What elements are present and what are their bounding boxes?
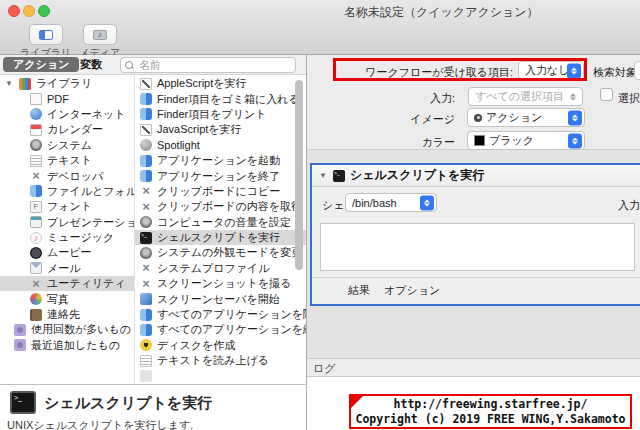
music-icon: [30, 232, 42, 244]
action-list-item[interactable]: Spotlight: [135, 138, 306, 153]
action-list-item[interactable]: アプリケーションを終了: [135, 168, 306, 183]
sidebar-item[interactable]: インターネット: [0, 107, 134, 122]
action-list-item[interactable]: アプリケーションを起動: [135, 153, 306, 168]
sidebar-item-label: フォント: [47, 199, 92, 214]
sidebar-smart-item[interactable]: 最近追加したもの: [0, 338, 134, 353]
shell-select[interactable]: /bin/bash: [345, 193, 437, 212]
sidebar-smart-item[interactable]: 使用回数が多いもの: [0, 322, 134, 337]
disclosure-triangle-icon[interactable]: ▼: [5, 79, 14, 88]
sidebar-item[interactable]: テキスト: [0, 153, 134, 168]
script-editor[interactable]: [320, 223, 635, 271]
workflow-receive-select[interactable]: 入力なし: [518, 61, 584, 80]
search-input[interactable]: [137, 58, 291, 72]
toolbar-button-face[interactable]: [29, 24, 63, 45]
action-list-item[interactable]: [135, 368, 306, 383]
watermark-copyright: Copyright (c) 2019 FREE WING,Y.Sakamoto: [351, 412, 630, 427]
finder-icon: [30, 185, 42, 197]
sidebar-smart-item-label: 最近追加したもの: [31, 338, 120, 353]
sidebar-item-label: インターネット: [47, 107, 126, 122]
sidebar-item[interactable]: ユーティリティ: [0, 276, 134, 291]
sidebar-item-library[interactable]: ▼ライブラリ: [0, 76, 134, 91]
image-value: アクション: [486, 110, 542, 125]
sidebar-item[interactable]: フォント: [0, 199, 134, 214]
sidebar-item[interactable]: カレンダー: [0, 122, 134, 137]
results-button[interactable]: 結果: [348, 283, 370, 298]
library-sidebar: ▼ライブラリPDFインターネットカレンダーシステムテキストデベロッパファイルとフ…: [0, 76, 134, 384]
finder-icon: [140, 155, 152, 167]
tools-x-icon: [140, 278, 152, 290]
action-list-item[interactable]: コンピュータの音量を設定: [135, 215, 306, 230]
image-select[interactable]: アクション: [467, 108, 585, 127]
action-list-item[interactable]: すべてのアプリケーションを隠す: [135, 307, 306, 322]
sidebar-item[interactable]: 連絡先: [0, 307, 134, 322]
system-icon: [140, 247, 152, 259]
search-field[interactable]: [120, 57, 296, 73]
smart-folder-icon: [14, 339, 26, 351]
finder-icon: [140, 309, 152, 321]
sidebar-item-label: ユーティリティ: [47, 276, 126, 291]
sidebar-item-label: PDF: [47, 93, 69, 105]
action-list-item[interactable]: テキストを読み上げる: [135, 353, 306, 368]
action-list-item[interactable]: Finder項目をゴミ箱に入れる: [135, 91, 306, 106]
action-block-header[interactable]: ▼ シェルスクリプトを実行: [312, 165, 640, 187]
tools-x-icon: [30, 170, 42, 182]
disclosure-triangle-icon[interactable]: ▼: [319, 171, 328, 180]
finder-icon: [140, 324, 152, 336]
action-list-item[interactable]: Finder項目をプリント: [135, 107, 306, 122]
action-list-item-label: アプリケーションを終了: [157, 169, 280, 184]
selected-items-checkbox-label: 選択され: [618, 89, 640, 108]
action-list-item[interactable]: すべてのアプリケーションを終了: [135, 322, 306, 337]
library-books-icon: [19, 78, 31, 90]
tab-actions[interactable]: アクション: [3, 57, 79, 72]
font-icon: [30, 201, 42, 213]
system-icon: [140, 216, 152, 228]
action-list-item[interactable]: ディスクを作成: [135, 338, 306, 353]
sidebar-item[interactable]: システム: [0, 138, 134, 153]
color-select[interactable]: ブラック: [467, 131, 585, 150]
sidebar-item[interactable]: プレゼンテーション: [0, 215, 134, 230]
finder-icon: [140, 170, 152, 182]
sidebar-item-label: 写真: [47, 292, 69, 307]
search-target-select[interactable]: [634, 61, 640, 80]
tools-x-icon: [140, 201, 152, 213]
action-list-item-label: シェルスクリプトを実行: [157, 230, 280, 245]
tab-variables[interactable]: 変数: [74, 57, 108, 72]
stepper-icon: [566, 89, 580, 104]
generic-icon: [140, 370, 152, 382]
minimize-button[interactable]: [23, 5, 35, 17]
close-button[interactable]: [8, 5, 20, 17]
selected-items-checkbox[interactable]: [600, 88, 613, 101]
burn-icon: [140, 339, 152, 351]
options-button[interactable]: オプション: [384, 283, 440, 298]
log-bar[interactable]: ログ: [307, 358, 640, 377]
action-list-item[interactable]: JavaScriptを実行: [135, 122, 306, 137]
action-list-item[interactable]: シェルスクリプトを実行: [135, 230, 306, 245]
search-icon: [125, 61, 134, 70]
sidebar-item[interactable]: ムービー: [0, 245, 134, 260]
sidebar-item[interactable]: ファイルとフォルダ: [0, 184, 134, 199]
sidebar-item[interactable]: 写真: [0, 291, 134, 306]
action-list-scrollbar[interactable]: [295, 80, 303, 270]
action-block-footer: 結果 オプション: [312, 277, 640, 298]
watermark-box: http://freewing.starfree.jp/ Copyright (…: [349, 394, 632, 429]
sidebar-item[interactable]: デベロッパ: [0, 168, 134, 183]
toolbar-button-face[interactable]: ♪: [83, 24, 117, 45]
sidebar-item[interactable]: ミュージック: [0, 230, 134, 245]
presentation-icon: [30, 216, 42, 228]
image-label: イメージ: [370, 110, 455, 129]
action-list-item[interactable]: スクリーンセーバを開始: [135, 291, 306, 306]
action-list-item[interactable]: システムの外観モードを変更: [135, 245, 306, 260]
movie-icon: [30, 247, 42, 259]
description-title: シェルスクリプトを実行: [44, 394, 212, 413]
sidebar-item[interactable]: メール: [0, 261, 134, 276]
sidebar-item-label: システム: [47, 138, 92, 153]
shell-script-action-block[interactable]: ▼ シェルスクリプトを実行 シェル: /bin/bash 入力の 結果 オプショ…: [310, 163, 640, 306]
action-list-item[interactable]: クリップボードの内容を取得: [135, 199, 306, 214]
action-list-item[interactable]: AppleScriptを実行: [135, 76, 306, 91]
action-list-item[interactable]: スクリーンショットを撮る: [135, 276, 306, 291]
action-list-item-label: クリップボードにコピー: [157, 184, 280, 199]
action-list-item[interactable]: クリップボードにコピー: [135, 184, 306, 199]
action-list-item[interactable]: システムプロファイル: [135, 261, 306, 276]
zoom-button[interactable]: [38, 5, 50, 17]
sidebar-item[interactable]: PDF: [0, 91, 134, 106]
